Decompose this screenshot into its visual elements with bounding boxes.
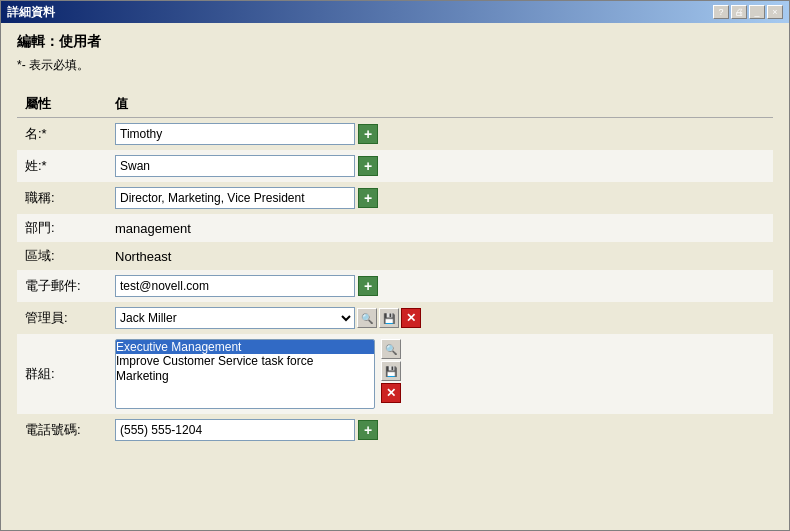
groups-delete-button[interactable]: ✕ bbox=[381, 383, 401, 403]
last-name-label: 姓:* bbox=[17, 150, 107, 182]
last-name-cell: + bbox=[107, 150, 773, 182]
first-name-input[interactable] bbox=[115, 123, 355, 145]
phone-row: + bbox=[115, 419, 765, 441]
first-name-row: + bbox=[115, 123, 765, 145]
phone-cell: + bbox=[107, 414, 773, 446]
content-area: 編輯：使用者 *- 表示必填。 屬性 值 名:* + 姓:* bbox=[1, 23, 789, 530]
groups-cell: Executive ManagementImprove Customer Ser… bbox=[107, 334, 773, 414]
email-label: 電子郵件: bbox=[17, 270, 107, 302]
groups-buttons: 🔍 💾 ✕ bbox=[379, 339, 401, 403]
manager-label: 管理員: bbox=[17, 302, 107, 334]
col-value-header: 值 bbox=[107, 90, 773, 118]
department-label: 部門: bbox=[17, 214, 107, 242]
groups-option[interactable]: Marketing bbox=[116, 369, 374, 383]
manager-row: Jack Miller 🔍 💾 ✕ bbox=[115, 307, 765, 329]
groups-option[interactable]: Executive Management bbox=[116, 340, 374, 354]
minimize-button[interactable]: _ bbox=[749, 5, 765, 19]
department-value: management bbox=[107, 214, 773, 242]
groups-save-button[interactable]: 💾 bbox=[381, 361, 401, 381]
phone-add-button[interactable]: + bbox=[358, 420, 378, 440]
title-bar: 詳細資料 ? 🖨 _ × bbox=[1, 1, 789, 23]
title-add-button[interactable]: + bbox=[358, 188, 378, 208]
first-name-cell: + bbox=[107, 118, 773, 151]
table-row: 姓:* + bbox=[17, 150, 773, 182]
first-name-label: 名:* bbox=[17, 118, 107, 151]
print-button[interactable]: 🖨 bbox=[731, 5, 747, 19]
window-title: 詳細資料 bbox=[7, 4, 55, 21]
title-cell: + bbox=[107, 182, 773, 214]
title-row: + bbox=[115, 187, 765, 209]
email-cell: + bbox=[107, 270, 773, 302]
form-table: 屬性 值 名:* + 姓:* + bbox=[17, 90, 773, 446]
groups-search-button[interactable]: 🔍 bbox=[381, 339, 401, 359]
last-name-input[interactable] bbox=[115, 155, 355, 177]
manager-delete-button[interactable]: ✕ bbox=[401, 308, 421, 328]
manager-search-button[interactable]: 🔍 bbox=[357, 308, 377, 328]
groups-listbox[interactable]: Executive ManagementImprove Customer Ser… bbox=[115, 339, 375, 409]
title-label: 職稱: bbox=[17, 182, 107, 214]
help-button[interactable]: ? bbox=[713, 5, 729, 19]
manager-cell: Jack Miller 🔍 💾 ✕ bbox=[107, 302, 773, 334]
manager-save-button[interactable]: 💾 bbox=[379, 308, 399, 328]
table-row: 部門: management bbox=[17, 214, 773, 242]
phone-label: 電話號碼: bbox=[17, 414, 107, 446]
col-property-header: 屬性 bbox=[17, 90, 107, 118]
table-header-row: 屬性 值 bbox=[17, 90, 773, 118]
title-input[interactable] bbox=[115, 187, 355, 209]
region-value: Northeast bbox=[107, 242, 773, 270]
table-row: 職稱: + bbox=[17, 182, 773, 214]
region-label: 區域: bbox=[17, 242, 107, 270]
last-name-add-button[interactable]: + bbox=[358, 156, 378, 176]
first-name-add-button[interactable]: + bbox=[358, 124, 378, 144]
table-row: 區域: Northeast bbox=[17, 242, 773, 270]
groups-row: Executive ManagementImprove Customer Ser… bbox=[115, 339, 765, 409]
table-row: 群組: Executive ManagementImprove Customer… bbox=[17, 334, 773, 414]
table-row: 名:* + bbox=[17, 118, 773, 151]
email-add-button[interactable]: + bbox=[358, 276, 378, 296]
table-row: 管理員: Jack Miller 🔍 💾 ✕ bbox=[17, 302, 773, 334]
required-note: *- 表示必填。 bbox=[17, 57, 773, 74]
groups-option[interactable]: Improve Customer Service task force bbox=[116, 354, 374, 368]
last-name-row: + bbox=[115, 155, 765, 177]
manager-select[interactable]: Jack Miller bbox=[115, 307, 355, 329]
groups-label: 群組: bbox=[17, 334, 107, 414]
page-heading: 編輯：使用者 bbox=[17, 33, 773, 51]
window-controls: ? 🖨 _ × bbox=[713, 5, 783, 19]
table-row: 電子郵件: + bbox=[17, 270, 773, 302]
close-button[interactable]: × bbox=[767, 5, 783, 19]
phone-input[interactable] bbox=[115, 419, 355, 441]
table-row: 電話號碼: + bbox=[17, 414, 773, 446]
main-window: 詳細資料 ? 🖨 _ × 編輯：使用者 *- 表示必填。 屬性 值 名:* bbox=[0, 0, 790, 531]
email-input[interactable] bbox=[115, 275, 355, 297]
email-row: + bbox=[115, 275, 765, 297]
